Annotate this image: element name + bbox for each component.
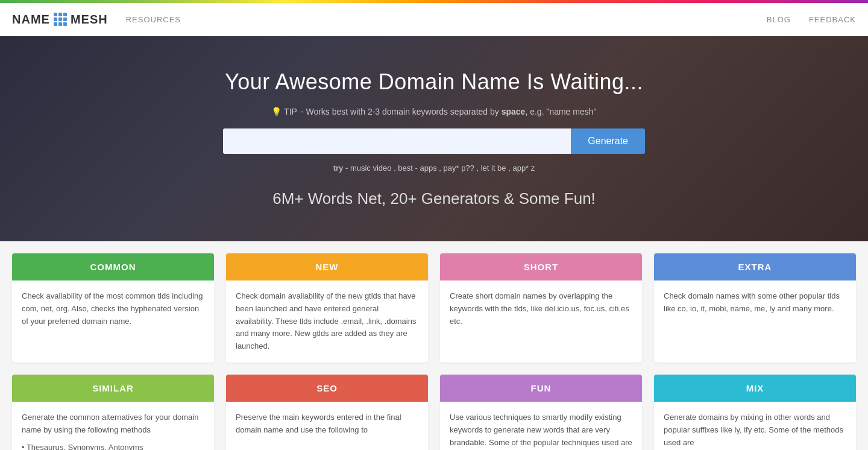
card-header-common: COMMON bbox=[12, 253, 214, 280]
tip-line: 💡 RESOURCESTIP - Works best with 2-3 dom… bbox=[271, 107, 596, 116]
search-row: Generate bbox=[223, 128, 645, 154]
card-text-extra: Check domain names with some other popul… bbox=[664, 290, 846, 315]
card-short[interactable]: SHORTCreate short domain names by overla… bbox=[440, 253, 642, 363]
logo[interactable]: NAME MESH bbox=[12, 13, 108, 27]
blog-nav-link[interactable]: BLOG bbox=[767, 15, 791, 24]
card-body-extra: Check domain names with some other popul… bbox=[654, 280, 856, 325]
resources-nav-link[interactable]: RESOURCES bbox=[126, 15, 181, 24]
card-seo[interactable]: SEOPreserve the main keywords entered in… bbox=[226, 375, 428, 450]
hero-section: Your Awesome Domain Name Is Waiting... 💡… bbox=[0, 36, 868, 241]
tip-label: 💡 RESOURCESTIP bbox=[271, 107, 297, 116]
card-similar[interactable]: SIMILARGenerate the common alternatives … bbox=[12, 375, 214, 450]
card-body-short: Create short domain names by overlapping… bbox=[440, 280, 642, 337]
card-body-fun: Use various techniques to smartly modify… bbox=[440, 402, 642, 450]
card-text-fun: Use various techniques to smartly modify… bbox=[450, 411, 632, 449]
card-common[interactable]: COMMONCheck availability of the most com… bbox=[12, 253, 214, 363]
card-fun[interactable]: FUNUse various techniques to smartly mod… bbox=[440, 375, 642, 450]
card-text-seo: Preserve the main keywords entered in th… bbox=[236, 411, 418, 437]
card-header-extra: EXTRA bbox=[654, 253, 856, 280]
card-text-mix: Generate domains by mixing in other word… bbox=[664, 411, 846, 449]
card-header-short: SHORT bbox=[440, 253, 642, 280]
try-label: try - bbox=[333, 163, 348, 173]
try-line: try - music video , best - apps , pay* p… bbox=[333, 163, 535, 173]
try-examples[interactable]: music video , best - apps , pay* p?? , l… bbox=[350, 163, 535, 173]
card-text-common: Check availability of the most common tl… bbox=[22, 290, 204, 328]
card-body-common: Check availability of the most common tl… bbox=[12, 280, 214, 337]
cards-grid: COMMONCheck availability of the most com… bbox=[0, 241, 868, 450]
card-text-similar: Generate the common alternatives for you… bbox=[22, 411, 204, 437]
card-header-new: NEW bbox=[226, 253, 428, 280]
card-header-seo: SEO bbox=[226, 375, 428, 402]
card-new[interactable]: NEWCheck domain availability of the new … bbox=[226, 253, 428, 363]
search-input[interactable] bbox=[223, 128, 571, 154]
card-header-mix: MIX bbox=[654, 375, 856, 402]
logo-name-text: NAME bbox=[12, 13, 50, 27]
generate-button[interactable]: Generate bbox=[571, 128, 645, 154]
card-body-mix: Generate domains by mixing in other word… bbox=[654, 402, 856, 450]
card-body-new: Check domain availability of the new gtl… bbox=[226, 280, 428, 363]
card-extra[interactable]: EXTRACheck domain names with some other … bbox=[654, 253, 856, 363]
card-body-similar: Generate the common alternatives for you… bbox=[12, 402, 214, 450]
navbar: NAME MESH RESOURCES BLOG FEEDBACK bbox=[0, 3, 868, 36]
hero-subtitle: 6M+ Words Net, 20+ Generators & Some Fun… bbox=[272, 189, 596, 208]
card-bullet-similar: • Thesaurus, Synonyms, Antonyms bbox=[22, 442, 204, 450]
card-text-new: Check domain availability of the new gtl… bbox=[236, 290, 418, 353]
hero-title: Your Awesome Domain Name Is Waiting... bbox=[225, 69, 643, 95]
card-header-fun: FUN bbox=[440, 375, 642, 402]
card-mix[interactable]: MIXGenerate domains by mixing in other w… bbox=[654, 375, 856, 450]
tip-text: - Works best with 2-3 domain keywords se… bbox=[301, 107, 597, 116]
card-text-short: Create short domain names by overlapping… bbox=[450, 290, 632, 328]
feedback-nav-link[interactable]: FEEDBACK bbox=[809, 15, 856, 24]
nav-right: BLOG FEEDBACK bbox=[767, 15, 856, 24]
tip-bold: space bbox=[502, 107, 526, 116]
logo-mesh-text: MESH bbox=[71, 13, 108, 27]
card-header-similar: SIMILAR bbox=[12, 375, 214, 402]
logo-grid-icon bbox=[54, 13, 67, 26]
card-body-seo: Preserve the main keywords entered in th… bbox=[226, 402, 428, 446]
